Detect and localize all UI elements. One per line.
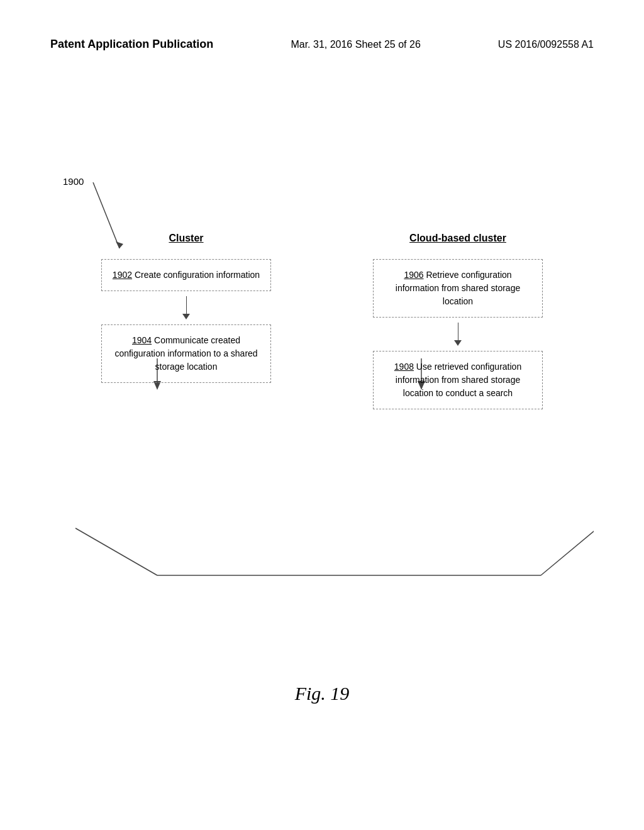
column-cluster: Cluster 1902 Create configuration inform… bbox=[50, 233, 322, 409]
column-cluster-title: Cluster bbox=[169, 233, 203, 244]
date-sheet-label: Mar. 31, 2016 Sheet 25 of 26 bbox=[291, 39, 420, 50]
patent-number-label: US 2016/0092558 A1 bbox=[498, 39, 594, 50]
publication-label: Patent Application Publication bbox=[50, 38, 213, 51]
box-1906: 1906 Retrieve configuration information … bbox=[373, 259, 543, 318]
column-cloud: Cloud-based cluster 1906 Retrieve config… bbox=[322, 233, 594, 409]
svg-line-6 bbox=[75, 528, 157, 575]
page-header: Patent Application Publication Mar. 31, … bbox=[0, 38, 644, 51]
box-1908-num: 1908 bbox=[394, 362, 414, 372]
box-1906-num: 1906 bbox=[404, 270, 423, 280]
diagram-columns: Cluster 1902 Create configuration inform… bbox=[50, 233, 594, 409]
arrow-1906-to-1908 bbox=[454, 323, 462, 346]
box-1908: 1908 Use retrieved configuration informa… bbox=[373, 351, 543, 409]
box-1904: 1904 Communicate created configuration i… bbox=[101, 324, 271, 383]
svg-line-8 bbox=[541, 528, 594, 575]
box-1902: 1902 Create configuration information bbox=[101, 259, 271, 291]
figure-caption: Fig. 19 bbox=[295, 683, 350, 704]
box-1902-num: 1902 bbox=[113, 270, 132, 280]
diagram-label-1900: 1900 bbox=[63, 176, 84, 187]
box-1902-text: Create configuration information bbox=[135, 270, 260, 280]
column-cloud-title: Cloud-based cluster bbox=[409, 233, 506, 244]
diagram-area: 1900 Cluster 1902 Create configuration i… bbox=[50, 176, 594, 641]
box-1904-num: 1904 bbox=[132, 335, 152, 345]
box-1908-text: Use retrieved configuration information … bbox=[396, 362, 521, 398]
arrow-1902-to-1904 bbox=[182, 296, 190, 319]
